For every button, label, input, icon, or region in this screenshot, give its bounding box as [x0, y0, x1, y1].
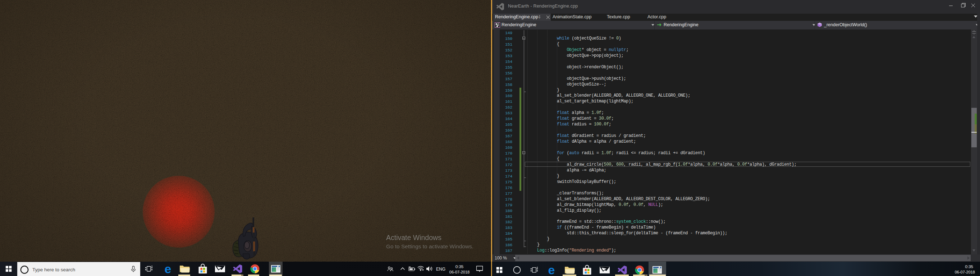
svg-text:Type here to search: Type here to search [32, 267, 75, 273]
svg-text:0:35: 0:35 [455, 265, 463, 269]
svg-text:06-07-2018: 06-07-2018 [955, 270, 975, 274]
svg-text:e: e [548, 263, 555, 276]
svg-text:ENG: ENG [436, 266, 445, 272]
svg-text:06-07-2018: 06-07-2018 [449, 270, 469, 274]
svg-text:e: e [165, 262, 172, 276]
svg-text:0:35: 0:35 [965, 265, 973, 269]
